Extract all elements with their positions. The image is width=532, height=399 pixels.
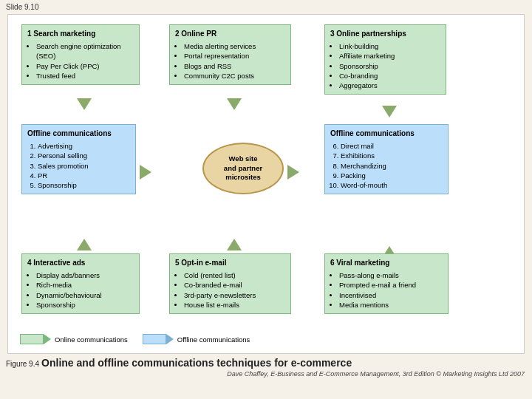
center-website-box: Web site and partner microsites [202, 143, 284, 194]
list-item: Sponsorship [36, 300, 134, 310]
box-offline-left: Offline communications Advertising Perso… [21, 124, 136, 194]
slide-label: Slide 9.10 [0, 0, 532, 14]
online-partnerships-list: Link-building Affiliate marketing Sponso… [330, 41, 440, 90]
legend-online-arrow [20, 334, 51, 344]
offline-left-title: Offline communications [27, 129, 130, 139]
list-item: Media alerting services [184, 41, 285, 51]
offline-right-list: Direct mail Exhibitions Merchandizing Pa… [330, 141, 443, 190]
legend-offline-arrow [143, 334, 174, 344]
diagram-area: 1 Search marketing Search engine optimiz… [14, 21, 518, 331]
arrow-offline-left-right [140, 165, 151, 180]
box-viral-marketing: 6 Viral marketing Pass-along e-mails Pro… [324, 253, 449, 314]
list-item: House list e-mails [184, 300, 285, 310]
list-item: Incentivised [339, 290, 443, 300]
list-item: Advertising [38, 141, 130, 151]
search-marketing-list: Search engine optimization (SEO) Pay Per… [27, 41, 134, 81]
main-container: 1 Search marketing Search engine optimiz… [7, 14, 525, 354]
online-pr-title: 2 Online PR [175, 29, 285, 39]
box-interactive-ads: 4 Interactive ads Display ads/banners Ri… [21, 253, 140, 314]
list-item: Rich-media [36, 280, 134, 290]
list-item: Co-branding [339, 71, 440, 81]
list-item: Prompted e-mail a friend [339, 280, 443, 290]
online-partnerships-title: 3 Online partnerships [330, 29, 440, 39]
interactive-ads-list: Display ads/banners Rich-media Dynamic/b… [27, 270, 134, 310]
legend-offline: Offline communications [143, 334, 250, 344]
list-item: Personal selling [38, 151, 130, 160]
box-online-pr: 2 Online PR Media alerting services Port… [169, 24, 291, 85]
list-item: Sales promotion [38, 161, 130, 171]
opt-in-email-title: 5 Opt-in e-mail [175, 258, 285, 268]
box-opt-in-email: 5 Opt-in e-mail Cold (rented list) Co-br… [169, 253, 291, 314]
list-item: Search engine optimization (SEO) [36, 41, 134, 61]
arrow-sm-down [77, 98, 92, 110]
offline-left-list: Advertising Personal selling Sales promo… [27, 141, 130, 190]
interactive-ads-title: 4 Interactive ads [27, 258, 134, 268]
arrow-partner-down [382, 106, 397, 117]
list-item: Blogs and RSS [184, 61, 285, 71]
center-line2: and partner [224, 164, 262, 172]
list-item: Sponsorship [38, 180, 130, 190]
online-pr-list: Media alerting services Portal represent… [175, 41, 285, 81]
arrow-center-right [287, 165, 299, 180]
list-item: Portal representation [184, 51, 285, 61]
offline-right-title: Offline communications [330, 129, 443, 139]
list-item: Sponsorship [339, 61, 440, 71]
list-item: Merchandizing [341, 161, 443, 171]
viral-marketing-list: Pass-along e-mails Prompted e-mail a fri… [330, 270, 443, 310]
legend-offline-label: Offline communications [177, 335, 250, 344]
center-line3: microsites [225, 173, 261, 181]
figure-caption: Figure 9.4 Online and offline communicat… [0, 354, 532, 370]
list-item: 3rd-party e-newsletters [184, 290, 285, 300]
figure-number: Figure 9.4 [6, 360, 39, 368]
list-item: Aggregators [339, 81, 440, 90]
list-item: Link-building [339, 41, 440, 51]
box-online-partnerships: 3 Online partnerships Link-building Affi… [324, 24, 446, 95]
opt-in-email-list: Cold (rented list) Co-branded e-mail 3rd… [175, 270, 285, 310]
legend-online: Online communications [20, 334, 128, 344]
search-marketing-title: 1 Search marketing [27, 29, 134, 39]
list-item: Exhibitions [341, 151, 443, 160]
box-search-marketing: 1 Search marketing Search engine optimiz… [21, 24, 140, 85]
list-item: Media mentions [339, 300, 443, 310]
box-offline-right: Offline communications Direct mail Exhib… [324, 124, 449, 194]
list-item: Community C2C posts [184, 71, 285, 81]
list-item: Cold (rented list) [184, 270, 285, 280]
arrow-optin-up [227, 239, 242, 250]
list-item: Display ads/banners [36, 270, 134, 280]
legend-row: Online communications Offline communicat… [14, 331, 518, 347]
footer-text: Dave Chaffey, E-Business and E-Commerce … [0, 370, 532, 380]
arrow-interactive-up [77, 239, 92, 250]
list-item: Co-branded e-mail [184, 280, 285, 290]
list-item: Packing [341, 171, 443, 180]
list-item: PR [38, 171, 130, 180]
list-item: Word-of-mouth [341, 180, 443, 190]
list-item: Pass-along e-mails [339, 270, 443, 280]
center-line1: Web site [229, 154, 258, 163]
figure-title: Online and offline communications techni… [41, 357, 352, 369]
viral-marketing-title: 6 Viral marketing [330, 258, 443, 268]
list-item: Direct mail [341, 141, 443, 151]
list-item: Affiliate marketing [339, 51, 440, 61]
arrow-pr-down [227, 98, 242, 110]
list-item: Dynamic/behavioural [36, 290, 134, 300]
list-item: Pay Per Click (PPC) [36, 61, 134, 71]
legend-online-label: Online communications [55, 335, 128, 344]
list-item: Trusted feed [36, 71, 134, 81]
